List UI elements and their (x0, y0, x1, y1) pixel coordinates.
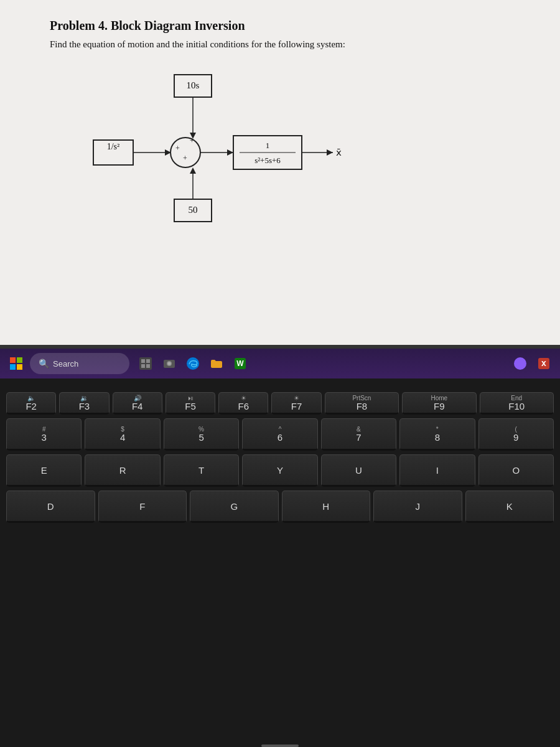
search-icon: 🔍 (39, 359, 49, 369)
key-f9[interactable]: Home F9 (402, 392, 476, 415)
key-y[interactable]: Y (242, 454, 317, 487)
key-f8-label: PrtScn (352, 395, 371, 402)
svg-text:+: + (183, 154, 187, 162)
document-content: Problem 4. Block Diagram Inversion Find … (50, 19, 510, 243)
key-6[interactable]: ^ 6 (242, 418, 317, 451)
key-g[interactable]: G (190, 491, 279, 523)
svg-text:x̄: x̄ (336, 148, 342, 157)
key-f8[interactable]: PrtScn F8 (325, 392, 399, 415)
win-quad-red (10, 357, 16, 363)
key-f10-label: End (511, 395, 522, 402)
key-i[interactable]: I (399, 454, 475, 487)
key-f5[interactable]: ⏯ F5 (166, 392, 215, 415)
keyboard-area: 🔈 F2 🔉 F3 🔊 F4 ⏯ F5 ☀ F6 ☀ F7 (0, 380, 560, 747)
search-label: Search (53, 359, 78, 369)
laptop-bottom-indicator (261, 745, 299, 747)
key-7[interactable]: & 7 (321, 418, 396, 451)
svg-text:10s: 10s (187, 80, 200, 90)
key-d[interactable]: D (6, 491, 95, 523)
taskbar: 🔍 Search (0, 349, 560, 378)
svg-text:W: W (236, 359, 244, 368)
key-f2[interactable]: 🔈 F2 (6, 392, 56, 415)
key-r[interactable]: R (85, 454, 160, 487)
key-f4[interactable]: 🔊 F4 (113, 392, 162, 415)
svg-point-8 (170, 138, 200, 167)
key-f5-icon: ⏯ (187, 395, 194, 402)
svg-text:+: + (190, 136, 194, 145)
key-u[interactable]: U (321, 454, 396, 487)
win-quad-yellow (17, 364, 22, 370)
win-quad-green (17, 357, 22, 363)
taskbar-app-2[interactable]: W (229, 352, 251, 375)
qwerty-key-row: E R T Y U I O (6, 454, 554, 487)
svg-rect-29 (146, 364, 150, 368)
key-f3-icon: 🔉 (80, 395, 88, 402)
taskbar-icons: W (134, 352, 251, 375)
problem-desc: Find the equation of motion and the init… (50, 39, 510, 50)
key-f6[interactable]: ☀ F6 (218, 392, 268, 415)
svg-marker-24 (190, 167, 196, 174)
key-e[interactable]: E (6, 454, 82, 487)
problem-title: Problem 4. Block Diagram Inversion (50, 19, 510, 33)
key-9[interactable]: ( 9 (478, 418, 554, 451)
svg-rect-26 (141, 359, 145, 363)
taskbar-app-1[interactable] (134, 352, 157, 375)
key-f2-icon: 🔈 (27, 395, 35, 402)
taskbar-right-icons: x (509, 352, 555, 375)
key-8[interactable]: * 8 (399, 418, 475, 451)
key-f4-icon: 🔊 (134, 395, 141, 402)
taskbar-close-icon[interactable]: x (533, 352, 555, 375)
key-f10[interactable]: End F10 (480, 392, 554, 415)
key-h[interactable]: H (282, 491, 371, 523)
svg-text:1/s²: 1/s² (107, 142, 120, 151)
taskbar-purple-icon[interactable] (509, 352, 531, 375)
key-j[interactable]: J (373, 491, 462, 523)
svg-text:50: 50 (189, 205, 198, 215)
windows-button[interactable] (5, 352, 27, 375)
key-f9-label: Home (431, 395, 447, 402)
key-5[interactable]: % 5 (164, 418, 239, 451)
laptop-screen: Problem 4. Block Diagram Inversion Find … (0, 0, 560, 349)
keyboard: 🔈 F2 🔉 F3 🔊 F4 ⏯ F5 ☀ F6 ☀ F7 (6, 392, 554, 527)
svg-rect-27 (146, 359, 150, 363)
taskbar-search[interactable]: 🔍 Search (30, 353, 129, 374)
win-quad-blue (10, 364, 16, 370)
svg-text:s²+5s+6: s²+5s+6 (254, 156, 281, 165)
svg-text:1: 1 (266, 141, 270, 150)
svg-text:x: x (541, 358, 546, 368)
number-key-row: # 3 $ 4 % 5 ^ 6 & 7 * 8 (6, 418, 554, 451)
svg-rect-28 (141, 364, 145, 368)
windows-logo (10, 357, 22, 370)
svg-marker-19 (327, 149, 333, 156)
key-k[interactable]: K (465, 491, 554, 523)
block-diagram: 10s 1/s² + + + (75, 68, 398, 243)
key-f3[interactable]: 🔉 F3 (59, 392, 109, 415)
key-4[interactable]: $ 4 (85, 418, 160, 451)
fn-key-row: 🔈 F2 🔉 F3 🔊 F4 ⏯ F5 ☀ F6 ☀ F7 (6, 392, 554, 415)
key-o[interactable]: O (478, 454, 554, 487)
key-f7-icon: ☀ (294, 395, 299, 402)
key-f7[interactable]: ☀ F7 (271, 392, 321, 415)
svg-point-32 (168, 362, 171, 365)
key-f6-icon: ☀ (241, 395, 246, 402)
key-t[interactable]: T (164, 454, 239, 487)
svg-point-36 (514, 357, 526, 370)
svg-marker-13 (227, 149, 233, 156)
taskbar-edge-icon[interactable] (182, 352, 204, 375)
key-3[interactable]: # 3 (6, 418, 82, 451)
taskbar-camera-icon[interactable] (158, 352, 180, 375)
taskbar-folder-icon[interactable] (205, 352, 228, 375)
asdf-key-row: D F G H J K (6, 491, 554, 523)
svg-text:+: + (175, 144, 180, 153)
key-f[interactable]: F (98, 491, 187, 523)
